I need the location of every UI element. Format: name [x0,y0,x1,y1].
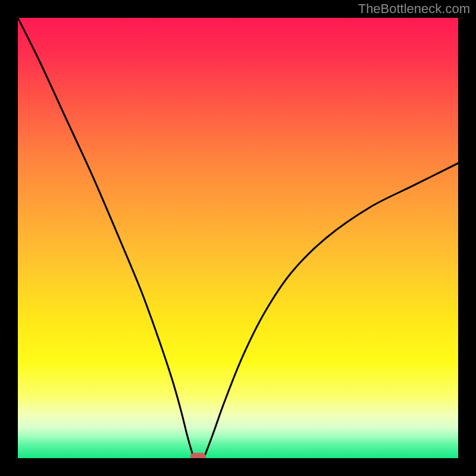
curve-layer [18,18,458,458]
optimal-marker [190,453,206,458]
bottleneck-curve [18,18,458,458]
chart-frame: TheBottleneck.com [0,0,476,476]
plot-area [18,18,458,458]
watermark-text: TheBottleneck.com [358,1,470,17]
